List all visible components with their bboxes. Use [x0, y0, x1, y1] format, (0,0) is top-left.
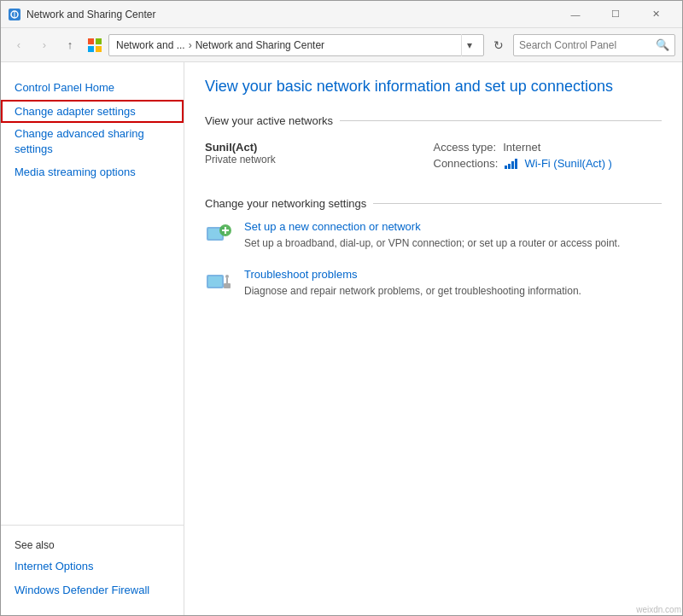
svg-rect-13 — [208, 276, 222, 287]
svg-point-16 — [225, 275, 229, 278]
connections-label: Connections: — [434, 157, 499, 170]
network-name: Sunil(Act) — [205, 141, 434, 154]
connections-value[interactable]: Wi-Fi (Sunil(Act) ) — [524, 157, 612, 170]
networks-grid: Sunil(Act) Private network Access type: … — [205, 137, 662, 177]
address-path[interactable]: Network and ... › Network and Sharing Ce… — [108, 34, 484, 56]
up-button[interactable]: ↑ — [59, 34, 81, 56]
new-connection-icon — [205, 220, 232, 247]
settings-list: Set up a new connection or network Set u… — [205, 220, 662, 299]
path-dropdown[interactable]: ▾ — [461, 34, 476, 56]
settings-item-new-connection: Set up a new connection or network Set u… — [205, 220, 662, 251]
minimize-button[interactable]: — — [556, 1, 595, 28]
svg-rect-4 — [96, 38, 102, 44]
main-layout: Control Panel Home Change adapter settin… — [1, 62, 682, 615]
settings-item-troubleshoot: Troubleshoot problems Diagnose and repai… — [205, 268, 662, 299]
troubleshoot-icon — [205, 268, 232, 295]
wifi-bar-4 — [515, 159, 517, 169]
sidebar: Control Panel Home Change adapter settin… — [1, 62, 184, 615]
windows-icon — [86, 37, 103, 54]
sidebar-item-control-panel-home[interactable]: Control Panel Home — [1, 76, 184, 100]
wifi-bars — [505, 159, 517, 169]
see-also-label: See also — [1, 532, 184, 555]
path-part-1[interactable]: Network and ... — [116, 39, 185, 51]
new-connection-title[interactable]: Set up a new connection or network — [244, 220, 620, 233]
refresh-button[interactable]: ↻ — [487, 34, 510, 56]
search-input[interactable] — [519, 39, 656, 51]
new-connection-content: Set up a new connection or network Set u… — [244, 220, 620, 251]
wifi-icon — [505, 159, 517, 169]
title-bar: Network and Sharing Center — ☐ ✕ — [1, 1, 682, 28]
access-type-row: Access type: Internet — [434, 141, 663, 154]
new-connection-desc: Set up a broadband, dial-up, or VPN conn… — [244, 235, 620, 251]
watermark: weixdn.com — [636, 605, 681, 614]
access-type-value: Internet — [503, 141, 540, 154]
networking-settings-header: Change your networking settings — [205, 197, 662, 210]
path-part-2[interactable]: Network and Sharing Center — [196, 39, 324, 51]
close-button[interactable]: ✕ — [636, 1, 675, 28]
content-area: View your basic network information and … — [184, 62, 682, 615]
svg-rect-5 — [88, 46, 94, 52]
path-separator: › — [189, 39, 192, 51]
network-right: Access type: Internet Connections: — [434, 141, 663, 173]
wifi-bar-2 — [508, 164, 511, 169]
wifi-bar-1 — [505, 166, 507, 169]
network-type: Private network — [205, 154, 434, 166]
connections-row: Connections: Wi-Fi (Sunil(Act) ) — [434, 157, 663, 170]
maximize-button[interactable]: ☐ — [596, 1, 635, 28]
page-title: View your basic network information and … — [205, 76, 662, 97]
sidebar-item-windows-defender[interactable]: Windows Defender Firewall — [1, 578, 184, 602]
sidebar-item-media-streaming[interactable]: Media streaming options — [1, 160, 184, 184]
forward-button[interactable]: › — [33, 34, 55, 56]
search-box[interactable]: 🔍 — [513, 34, 675, 56]
troubleshoot-content: Troubleshoot problems Diagnose and repai… — [244, 268, 581, 299]
access-type-label: Access type: — [434, 141, 497, 154]
troubleshoot-title[interactable]: Troubleshoot problems — [244, 268, 581, 281]
search-icon[interactable]: 🔍 — [656, 38, 669, 51]
troubleshoot-desc: Diagnose and repair network problems, or… — [244, 283, 581, 299]
address-bar: ‹ › ↑ Network and ... › Network and Shar… — [1, 28, 682, 62]
sidebar-item-internet-options[interactable]: Internet Options — [1, 555, 184, 578]
active-networks-header: View your active networks — [205, 114, 662, 127]
network-left: Sunil(Act) Private network — [205, 141, 434, 173]
svg-rect-14 — [224, 283, 231, 288]
svg-rect-6 — [96, 46, 102, 52]
main-window: Network and Sharing Center — ☐ ✕ ‹ › ↑ N… — [0, 0, 683, 616]
sidebar-divider — [1, 525, 184, 526]
wifi-bar-3 — [511, 161, 514, 169]
sidebar-item-advanced-sharing[interactable]: Change advanced sharing settings — [1, 123, 184, 160]
svg-rect-3 — [88, 38, 94, 44]
window-controls: — ☐ ✕ — [556, 1, 675, 28]
back-button[interactable]: ‹ — [8, 34, 30, 56]
window-title: Network and Sharing Center — [26, 9, 556, 20]
window-icon — [8, 8, 21, 21]
sidebar-item-change-adapter[interactable]: Change adapter settings — [1, 100, 184, 124]
